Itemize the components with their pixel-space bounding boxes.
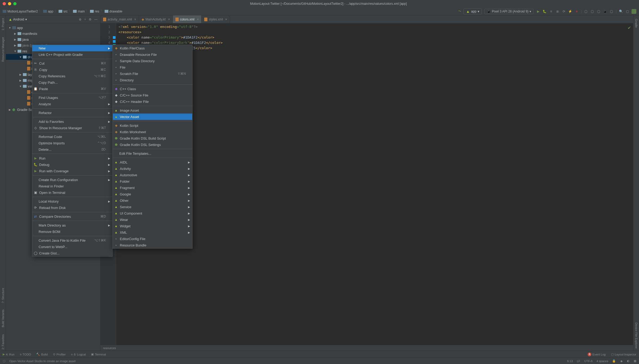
menu-item-copy-refs[interactable]: Copy References⌥⇧⌘C <box>32 73 112 79</box>
indent-setting[interactable]: 4 spaces <box>596 359 608 363</box>
bottom-tab-terminal[interactable]: ▣Terminal <box>91 353 106 356</box>
panel-header[interactable]: ▲ Android▾ ⊕ ÷ ⚙ — <box>6 15 100 23</box>
bottom-tab-profiler[interactable]: ⊙Profiler <box>53 353 66 356</box>
bottom-tab-run[interactable]: ▶4: Run <box>3 353 14 356</box>
debug-icon[interactable]: 🐛 <box>543 9 547 14</box>
bottom-tab-build[interactable]: 🔨Build <box>36 353 47 356</box>
sidebar-tab-project[interactable]: 1: Project <box>1 17 5 32</box>
menu-item-local-history[interactable]: Local History▶ <box>32 198 112 204</box>
menu-item-remove-bom[interactable]: Remove BOM <box>32 228 112 235</box>
menu-item-cut[interactable]: ✂Cut⌘X <box>32 60 112 66</box>
menu-item-edit-templates[interactable]: Edit File Templates... <box>113 150 192 157</box>
menu-item-resource-bundle[interactable]: ▫Resource Bundle <box>113 242 192 248</box>
run-config-selector[interactable]: ▲app▾ <box>464 9 482 14</box>
device-selector[interactable]: 📱Pixel 3 API 28 (Android 9)▾ <box>484 9 533 14</box>
menu-item-analyze[interactable]: Analyze▶ <box>32 101 112 107</box>
menu-item-folder[interactable]: ▲Folder▶ <box>113 178 192 185</box>
tab-colors[interactable]: colors.xml× <box>173 15 202 23</box>
breadcrumb-item[interactable]: app <box>43 10 53 13</box>
menu-item-add-favorites[interactable]: Add to Favorites▶ <box>32 118 112 125</box>
face-icon[interactable]: ☻ <box>620 359 623 363</box>
menu-item-convert-webp[interactable]: Convert to WebP... <box>32 244 112 250</box>
toolbar-icon[interactable]: ▢ <box>597 9 601 14</box>
close-icon[interactable]: × <box>197 18 199 21</box>
menu-item-google[interactable]: ▲Google▶ <box>113 191 192 197</box>
stop-icon[interactable]: ■ <box>575 9 579 14</box>
editor-breadcrumb[interactable]: resources <box>100 345 633 351</box>
menu-item-cpp-class[interactable]: ◆C++ Class <box>113 86 192 92</box>
editor-view-switch-icon[interactable]: ✔ <box>628 25 631 30</box>
avatar[interactable] <box>632 9 636 14</box>
menu-item-convert-kotlin[interactable]: Convert Java File to Kotlin File⌥⇧⌘K <box>32 237 112 244</box>
collapse-icon[interactable]: ⊕ <box>79 18 81 21</box>
menu-item-other[interactable]: ▲Other▶ <box>113 197 192 204</box>
coverage-icon[interactable]: ≡ <box>549 9 553 14</box>
tree-item-app[interactable]: ▼app <box>6 25 100 31</box>
search-icon[interactable]: 🔍 <box>619 9 623 14</box>
menu-item-xml[interactable]: ▲XML▶ <box>113 229 192 236</box>
menu-item-kotlin-file[interactable]: ◆Kotlin File/Class <box>113 45 192 51</box>
breadcrumb-item[interactable]: MotionLayoutTwitter2 <box>3 10 38 13</box>
menu-item-copy-path[interactable]: Copy Path... <box>32 79 112 86</box>
menu-item-automotive[interactable]: ▲Automotive▶ <box>113 172 192 178</box>
tab-styles[interactable]: styles.xml× <box>202 15 230 23</box>
apply-changes-icon[interactable]: ⚡ <box>568 9 572 14</box>
bottom-tab-todo[interactable]: ≡TODO <box>20 353 31 356</box>
toolbar-icon[interactable]: ▢ <box>609 9 614 14</box>
status-icon[interactable]: ◐ <box>627 359 630 363</box>
bottom-tab-logcat[interactable]: ≡6: Logcat <box>71 353 86 356</box>
menu-item-ui-component[interactable]: ▲UI Component▶ <box>113 210 192 216</box>
close-icon[interactable]: × <box>225 18 227 21</box>
menu-item-sample-data[interactable]: ▫Sample Data Directory <box>113 58 192 64</box>
gear-icon[interactable]: ⚙ <box>89 18 92 21</box>
close-icon[interactable]: × <box>134 18 136 21</box>
cursor-position[interactable]: 6:13 <box>567 359 573 363</box>
color-swatch[interactable] <box>113 36 116 39</box>
menu-item-find-usages[interactable]: Find Usages⌥F7 <box>32 94 112 101</box>
status-icon[interactable]: ▢ <box>3 359 5 363</box>
tree-item[interactable]: ▶manifests <box>6 31 100 36</box>
menu-item-debug[interactable]: 🐛Debug▶ <box>32 161 112 168</box>
bottom-tab-layout-inspector[interactable]: ▢Layout Inspector <box>611 353 636 356</box>
menu-item-create-run-config[interactable]: Create Run Configuration▶ <box>32 177 112 183</box>
toolbar-icon[interactable]: 📱 <box>603 9 607 14</box>
menu-item-fragment[interactable]: ▲Fragment▶ <box>113 185 192 191</box>
menu-item-mark-directory[interactable]: Mark Directory as▶ <box>32 222 112 228</box>
close-window-button[interactable] <box>3 2 6 5</box>
menu-item-optimize[interactable]: Optimize Imports⌃⌥O <box>32 140 112 146</box>
close-icon[interactable]: × <box>168 18 170 21</box>
menu-item-run[interactable]: ▶Run▶ <box>32 155 112 161</box>
menu-item-file[interactable]: ▫File <box>113 64 192 70</box>
sdk-icon[interactable]: ▢ <box>590 9 595 14</box>
sidebar-tab-structure[interactable]: 7: Structure <box>1 287 5 304</box>
sidebar-tab-resource-manager[interactable]: Resource Manager <box>1 36 5 63</box>
menu-item-wear[interactable]: ▲Wear▶ <box>113 216 192 223</box>
minimize-window-button[interactable] <box>8 2 11 5</box>
menu-item-gradle-settings[interactable]: ⬢Gradle Kotlin DSL Settings <box>113 141 192 148</box>
menu-item-open-terminal[interactable]: ▣Open in Terminal <box>32 189 112 196</box>
menu-item-kotlin-worksheet[interactable]: ◆Kotlin Worksheet <box>113 129 192 135</box>
toolbar-icon[interactable]: ▢ <box>625 9 629 14</box>
color-swatch[interactable] <box>113 40 116 43</box>
menu-item-cpp-source[interactable]: ◆C/C++ Source File <box>113 92 192 98</box>
breadcrumb-item[interactable]: res <box>90 10 99 13</box>
menu-item-editorconfig[interactable]: ▫EditorConfig File <box>113 236 192 242</box>
menu-item-delete[interactable]: Delete...⌦ <box>32 146 112 153</box>
menu-item-service[interactable]: ▲Service▶ <box>113 204 192 210</box>
profile-icon[interactable]: ≣ <box>555 9 560 14</box>
menu-item-copy[interactable]: ⎘Copy⌘C <box>32 66 112 73</box>
status-icon[interactable]: ▦ <box>634 359 636 363</box>
menu-item-reveal-finder[interactable]: Reveal in Finder <box>32 183 112 189</box>
menu-item-paste[interactable]: 📋Paste⌘V <box>32 86 112 92</box>
breadcrumb-item[interactable]: main <box>73 10 85 13</box>
menu-item-drawable-resource[interactable]: ▫Drawable Resource File <box>113 51 192 58</box>
menu-item-reload[interactable]: ⟳Reload from Disk <box>32 204 112 211</box>
run-icon[interactable]: ▶ <box>536 9 540 14</box>
menu-item-show-resource-manager[interactable]: ◇Show In Resource Manager⇧⌘T <box>32 125 112 131</box>
sidebar-tab-device-explorer[interactable]: Device File Explorer <box>635 320 638 351</box>
sidebar-tab-gradle[interactable]: Gradle <box>635 17 638 30</box>
menu-item-widget[interactable]: ▲Widget▶ <box>113 223 192 229</box>
attach-debug-icon[interactable]: ⟳ <box>562 9 566 14</box>
sidebar-tab-favorites[interactable]: 2: Favorites <box>1 333 5 351</box>
sync-icon[interactable]: ↷ <box>458 10 461 13</box>
